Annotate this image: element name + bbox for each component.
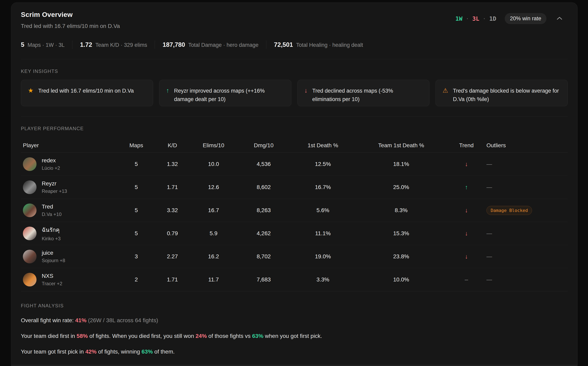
key-insights-row: ★Tred led with 16.7 elims/10 min on D.Va… — [21, 80, 568, 106]
fight-segment: 41% — [75, 317, 87, 323]
outlier-dash: — — [486, 253, 492, 259]
player-name-box: ฉันรักคุKiriko +3 — [42, 225, 61, 241]
player-name: redex — [42, 157, 60, 164]
player-name-box: NXSTracer +2 — [42, 273, 62, 286]
player-name: Tred — [42, 204, 62, 210]
kd-cell: 1.32 — [155, 161, 190, 167]
player-heroes: Lúcio +2 — [42, 165, 60, 171]
team-first-death-cell: 10.0% — [356, 276, 446, 283]
arrow-up-icon: ↑ — [166, 87, 169, 95]
fight-segment: Your team died first in — [21, 333, 77, 339]
dmg10-cell: 8,602 — [238, 184, 290, 191]
column-header: Maps — [117, 142, 155, 149]
fight-segment: of fights. When you died first, you stil… — [88, 333, 196, 339]
win-rate-badge: 20% win rate — [505, 13, 546, 24]
maps-cell: 2 — [117, 276, 155, 283]
elims10-cell: 10.0 — [190, 161, 238, 167]
maps-cell: 5 — [117, 184, 155, 191]
player-name-box: TredD.Va +10 — [42, 204, 62, 217]
kd-cell: 2.27 — [155, 253, 190, 260]
insight-text: Tred led with 16.7 elims/10 min on D.Va — [38, 87, 134, 95]
player-avatar — [23, 180, 37, 194]
kd-cell: 3.32 — [155, 207, 190, 214]
first-death-cell: 12.5% — [290, 161, 356, 167]
fight-segment: when you got first pick. — [263, 333, 322, 339]
summary-stat: 72,501Total Healing · healing dealt — [274, 41, 363, 48]
elims10-cell: 5.9 — [190, 230, 238, 237]
table-row: ReyzrReaper +1351.7112.68,60216.7%25.0%↑… — [21, 176, 568, 199]
elims10-cell: 11.7 — [190, 276, 238, 283]
fight-segment: Your team got first pick in — [21, 349, 85, 355]
player-name: NXS — [42, 273, 62, 279]
player-name-box: juiceSojourn +8 — [42, 250, 65, 263]
kd-cell: 0.79 — [155, 230, 190, 237]
dmg10-cell: 8,702 — [238, 253, 290, 260]
next-card-edge — [11, 365, 578, 366]
column-header: K/D — [155, 142, 190, 149]
collapse-button[interactable] — [555, 15, 564, 23]
insight-text: Tred's damage blocked is below average f… — [453, 87, 561, 104]
outliers-cell: — — [486, 276, 568, 283]
player-cell: juiceSojourn +8 — [21, 250, 117, 263]
column-header: Dmg/10 — [238, 142, 290, 149]
player-cell: redexLúcio +2 — [21, 157, 117, 171]
record-part: · — [483, 15, 486, 22]
team-first-death-cell: 8.3% — [356, 207, 446, 214]
dmg10-cell: 4,536 — [238, 161, 290, 167]
fight-analysis-line: Overall fight win rate: 41% (26W / 38L a… — [21, 317, 568, 324]
player-avatar — [23, 250, 37, 263]
column-header: Elims/10 — [190, 142, 238, 149]
stat-value: 72,501 — [274, 41, 293, 48]
stat-value: 187,780 — [162, 41, 185, 48]
trend-down-icon: ↓ — [446, 161, 486, 168]
column-header: Team 1st Death % — [356, 142, 446, 149]
fight-segment: 63% — [141, 349, 153, 355]
player-heroes: Kiriko +3 — [42, 236, 61, 241]
table-row: NXSTracer +221.7111.77,6833.3%10.0%–— — [21, 268, 568, 291]
player-cell: ReyzrReaper +13 — [21, 180, 117, 194]
outlier-dash: — — [486, 184, 492, 190]
dmg10-cell: 8,263 — [238, 207, 290, 214]
player-cell: ฉันรักคุKiriko +3 — [21, 225, 117, 241]
stat-divider — [155, 41, 155, 49]
fight-segment: of them. — [153, 349, 175, 355]
player-avatar — [23, 157, 37, 171]
column-header: Trend — [446, 142, 486, 149]
record-part: 1W — [455, 15, 462, 22]
outliers-cell: — — [486, 253, 568, 260]
summary-stat: 1.72Team K/D · 329 elims — [80, 41, 147, 48]
fight-analysis-label: FIGHT ANALYSIS — [21, 303, 568, 309]
maps-cell: 5 — [117, 207, 155, 214]
maps-cell: 3 — [117, 253, 155, 260]
fight-segment: 63% — [252, 333, 263, 339]
column-header: Outliers — [486, 142, 568, 149]
elims10-cell: 16.7 — [190, 207, 238, 214]
insight-card: ⚠Tred's damage blocked is below average … — [435, 80, 568, 106]
outliers-cell: Damage Blocked — [486, 206, 568, 215]
player-name: ฉันรักคุ — [42, 225, 61, 234]
record-part: · — [466, 15, 469, 22]
outliers-cell: — — [486, 230, 568, 237]
match-record: 1W·3L·1D — [455, 15, 496, 22]
stat-label: Total Healing · healing dealt — [296, 42, 363, 48]
dmg10-cell: 4,262 — [238, 230, 290, 237]
player-name: Reyzr — [42, 180, 67, 187]
player-performance-table: PlayerMapsK/DElims/10Dmg/101st Death %Te… — [21, 138, 568, 291]
column-header: 1st Death % — [290, 142, 356, 149]
trend-down-icon: ↓ — [446, 253, 486, 260]
player-avatar — [23, 273, 37, 286]
panel-header: Scrim Overview Tred led with 16.7 elims/… — [21, 11, 568, 29]
table-row: TredD.Va +1053.3216.78,2635.6%8.3%↓Damag… — [21, 199, 568, 222]
team-first-death-cell: 23.8% — [356, 253, 446, 260]
fight-segment: of fights, winning — [96, 349, 141, 355]
table-header-row: PlayerMapsK/DElims/10Dmg/101st Death %Te… — [21, 138, 568, 153]
first-death-cell: 16.7% — [290, 184, 356, 191]
record-part: 3L — [472, 15, 479, 22]
team-first-death-cell: 18.1% — [356, 161, 446, 167]
player-name: juice — [42, 250, 65, 256]
header-right: 1W·3L·1D 20% win rate — [455, 13, 564, 24]
player-name-box: ReyzrReaper +13 — [42, 180, 67, 194]
table-body: redexLúcio +251.3210.04,53612.5%18.1%↓—R… — [21, 153, 568, 291]
fight-segment: of those fights vs — [207, 333, 252, 339]
trend-up-icon: ↑ — [446, 184, 486, 191]
